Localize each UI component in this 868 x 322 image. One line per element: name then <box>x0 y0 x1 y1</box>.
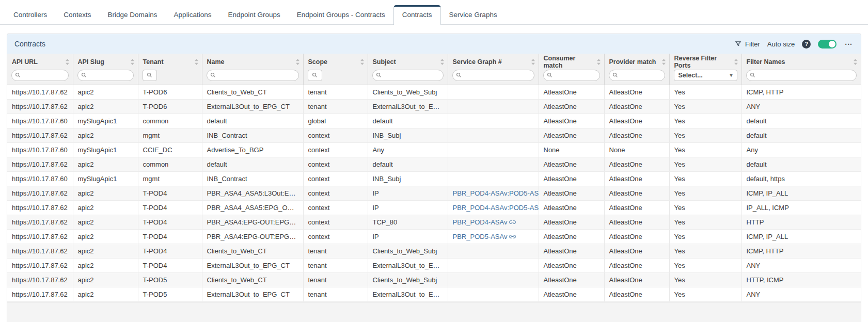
table-row[interactable]: https://10.17.87.62apic2T-POD6ExternalL3… <box>7 99 861 114</box>
filter-input-api-slug[interactable] <box>89 72 130 79</box>
auto-size-label: Auto size <box>767 40 795 48</box>
filter-search-filter-names[interactable] <box>746 70 857 81</box>
cell-filter-names: ANY <box>741 287 861 301</box>
tab-controllers[interactable]: Controllers <box>5 6 55 24</box>
filter-input-name[interactable] <box>218 72 295 79</box>
column-header-api-slug[interactable]: API Slug <box>78 58 104 66</box>
sort-icon[interactable] <box>192 59 199 65</box>
cell-reverse-filter-ports: Yes <box>669 215 741 229</box>
cell-consumer-match: AtleastOne <box>539 200 604 215</box>
contracts-panel: Contracts Filter Auto size ? ... API URL… <box>7 34 861 322</box>
filter-search-service-graph[interactable] <box>452 70 534 81</box>
filter-input-api-url[interactable] <box>23 72 65 79</box>
column-header-api-url[interactable]: API URL <box>12 58 38 66</box>
cell-name: PBR_ASA4_ASA5:EPG_OUT:EPG:INT <box>202 200 303 215</box>
cell-provider-match: AtleastOne <box>604 200 669 215</box>
cell-api-slug: apic2 <box>73 287 138 301</box>
tab-contracts[interactable]: Contracts <box>393 5 441 25</box>
cell-api-url: https://10.17.87.62 <box>7 272 73 287</box>
sort-icon[interactable] <box>293 59 300 65</box>
cell-name: ExternalL3Out_to_EPG_CT <box>202 99 303 114</box>
filter-search-provider-match[interactable] <box>609 70 665 81</box>
filter-input-consumer-match[interactable] <box>555 72 596 79</box>
table-row[interactable]: https://10.17.87.62apic2T-POD4PBR_ASA4_A… <box>7 200 861 215</box>
filter-select-reverse-filter-ports[interactable]: Select...▾ <box>674 70 737 81</box>
column-header-tenant[interactable]: Tenant <box>143 58 164 66</box>
cell-consumer-match: AtleastOne <box>539 128 604 142</box>
cell-reverse-filter-ports: Yes <box>669 99 741 114</box>
column-header-filter-names[interactable]: Filter Names <box>747 58 785 66</box>
filter-search-api-slug[interactable] <box>77 70 134 81</box>
filter-input-service-graph[interactable] <box>464 72 531 79</box>
search-icon <box>612 72 618 78</box>
sort-icon[interactable] <box>851 59 858 65</box>
cell-filter-names: default <box>741 157 861 171</box>
table-row[interactable]: https://10.17.87.62apic2commondefaultcon… <box>7 157 861 171</box>
contracts-table: API URLAPI SlugTenantNameScopeSubjectSer… <box>7 54 861 302</box>
filter-input-provider-match[interactable] <box>620 72 661 79</box>
table-row[interactable]: https://10.17.87.60mySlugApic1commondefa… <box>7 114 861 128</box>
service-graph-link[interactable]: PBR_POD4-ASAv:POD5-ASAv <box>453 204 539 212</box>
overflow-menu-button[interactable]: ... <box>844 38 854 50</box>
column-header-reverse-filter-ports[interactable]: Reverse Filter Ports <box>674 55 732 69</box>
sort-icon[interactable] <box>659 59 666 65</box>
cell-filter-names: ICMP, HTTP <box>741 85 861 99</box>
cell-scope: global <box>303 114 368 128</box>
cell-reverse-filter-ports: Yes <box>669 171 741 186</box>
cell-tenant: T-POD4 <box>138 200 202 215</box>
cell-provider-match: AtleastOne <box>604 128 669 142</box>
tab-bridge-domains[interactable]: Bridge Domains <box>100 6 166 24</box>
help-icon[interactable]: ? <box>802 40 811 49</box>
tab-applications[interactable]: Applications <box>166 6 220 24</box>
table-row[interactable]: https://10.17.87.62apic2T-POD4PBR_ASA4:E… <box>7 229 861 244</box>
table-row[interactable]: https://10.17.87.62apic2T-POD5ExternalL3… <box>7 287 861 301</box>
filter-search-name[interactable] <box>207 70 299 81</box>
table-row[interactable]: https://10.17.87.62apic2T-POD4PBR_ASA4_A… <box>7 186 861 200</box>
table-row[interactable]: https://10.17.87.62apic2T-POD5Clients_to… <box>7 272 861 287</box>
sort-icon[interactable] <box>594 59 601 65</box>
cell-tenant: T-POD4 <box>138 215 202 229</box>
filter-search-tenant[interactable] <box>143 70 157 81</box>
table-row[interactable]: https://10.17.87.62apic2T-POD6Clients_to… <box>7 85 861 99</box>
search-icon <box>210 72 216 78</box>
service-graph-link[interactable]: PBR_POD4-ASAv <box>453 218 516 226</box>
cell-filter-names: ICMP, IP_ALL <box>741 186 861 200</box>
cell-provider-match: AtleastOne <box>604 287 669 301</box>
tab-service-graphs[interactable]: Service Graphs <box>441 6 506 24</box>
table-row[interactable]: https://10.17.87.60mySlugApic1CCIE_DCAdv… <box>7 142 861 157</box>
filter-search-subject[interactable] <box>372 70 444 81</box>
column-header-scope[interactable]: Scope <box>308 58 328 66</box>
table-row[interactable]: https://10.17.87.60mySlugApic1mgmtINB_Co… <box>7 171 861 186</box>
service-graph-link[interactable]: PBR_POD5-ASAv <box>453 233 516 240</box>
sort-icon[interactable] <box>529 59 535 65</box>
column-header-name[interactable]: Name <box>207 58 225 66</box>
table-row[interactable]: https://10.17.87.62apic2T-POD4ExternalL3… <box>7 258 861 272</box>
sort-icon[interactable] <box>63 59 70 65</box>
table-row[interactable]: https://10.17.87.62apic2T-POD4PBR_ASA4:E… <box>7 215 861 229</box>
select-value: Select... <box>678 72 703 79</box>
filter-search-consumer-match[interactable] <box>543 70 600 81</box>
column-header-subject[interactable]: Subject <box>373 58 396 66</box>
filter-input-subject[interactable] <box>384 72 440 79</box>
column-header-provider-match[interactable]: Provider match <box>609 58 656 66</box>
tab-contexts[interactable]: Contexts <box>55 6 99 24</box>
tab-endpoint-groups[interactable]: Endpoint Groups <box>219 6 288 24</box>
column-header-consumer-match[interactable]: Consumer match <box>544 55 594 69</box>
auto-size-toggle[interactable] <box>818 40 837 49</box>
filter-button[interactable]: Filter <box>734 40 760 48</box>
filter-search-scope[interactable] <box>308 70 322 81</box>
service-graph-link[interactable]: PBR_POD4-ASAv:POD5-ASAv <box>453 189 539 197</box>
tab-endpoint-groups-contracts[interactable]: Endpoint Groups - Contracts <box>289 6 393 24</box>
filter-input-filter-names[interactable] <box>757 72 854 79</box>
cell-api-url: https://10.17.87.62 <box>7 215 73 229</box>
table-row[interactable]: https://10.17.87.62apic2mgmtINB_Contract… <box>7 128 861 142</box>
cell-name: Clients_to_Web_CT <box>202 85 303 99</box>
sort-icon[interactable] <box>732 59 738 65</box>
table-row[interactable]: https://10.17.87.62apic2T-POD4Clients_to… <box>7 244 861 258</box>
column-header-service-graph[interactable]: Service Graph # <box>453 58 502 66</box>
sort-icon[interactable] <box>438 59 445 65</box>
sort-icon[interactable] <box>358 59 365 65</box>
cell-name: PBR_ASA4_ASA5:L3Out:EPG-OUT <box>202 186 303 200</box>
filter-search-api-url[interactable] <box>11 70 69 81</box>
sort-icon[interactable] <box>128 59 135 65</box>
